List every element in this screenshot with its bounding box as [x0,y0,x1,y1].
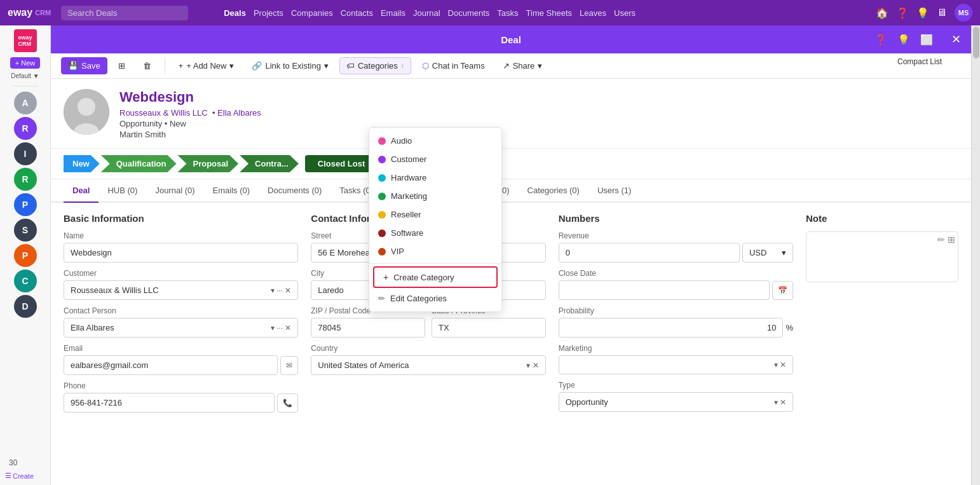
probability-row: % [559,318,793,338]
expand-icon[interactable]: ⬜ [920,34,933,46]
marketing-dropdown[interactable]: ▾ ✕ [559,355,793,374]
contact-count: 30 [9,458,17,467]
user-avatar[interactable]: MS [955,4,972,22]
email-icon-btn[interactable]: ✉ [280,356,298,375]
create-category-button[interactable]: + Create Category [373,266,498,288]
edit-cat-icon: ✏ [378,294,385,303]
nav-link-tasks[interactable]: Tasks [497,8,518,18]
deal-info: Webdesign Rousseaux & Willis LLC • Ella … [119,89,261,140]
new-button[interactable]: + New [10,57,41,69]
contact-avatar-1[interactable]: A [14,92,37,114]
copy-icon: ⊞ [118,61,125,71]
email-input[interactable] [64,355,278,375]
contact-avatar-4[interactable]: R [14,168,37,191]
country-dropdown[interactable]: United States of America ▾ ✕ [311,355,545,375]
help-icon[interactable]: ❓ [896,7,909,19]
nav-link-timesheets[interactable]: Time Sheets [526,8,573,18]
stage-qualification[interactable]: Qualification [101,155,177,172]
contact-avatar-5[interactable]: P [14,193,37,216]
save-button[interactable]: 💾 Save [61,57,107,74]
tab-journal[interactable]: Journal (0) [146,179,203,203]
cat-divider [369,263,501,264]
company-link[interactable]: Rousseaux & Willis LLC [119,108,208,118]
phone-icon-btn[interactable]: 📞 [277,393,298,413]
nav-link-journal[interactable]: Journal [413,8,440,18]
reseller-dot [378,211,386,219]
nav-link-deals[interactable]: Deals [224,8,246,18]
cat-item-software[interactable]: Software [369,224,501,242]
default-view[interactable]: Default ▼ [10,71,40,81]
cat-item-vip[interactable]: VIP [369,242,501,261]
scrollbar-thumb[interactable] [973,27,979,58]
stage-contract[interactable]: Contra... [240,155,299,172]
nav-link-emails[interactable]: Emails [381,8,405,18]
monitor-icon[interactable]: 🖥 [937,7,947,18]
tab-categories[interactable]: Categories (0) [519,179,589,203]
contact-avatar-2[interactable]: R [14,117,37,140]
tab-deal[interactable]: Deal [64,179,99,203]
dialog-area: Deal ❓ 💡 ⬜ ✕ 💾 Save ⊞ [51,25,971,485]
nav-link-documents[interactable]: Documents [448,8,490,18]
contact-avatar-6[interactable]: S [14,219,37,242]
vip-dot [378,248,386,256]
create-button[interactable]: ☰ Create [5,472,34,480]
link-existing-button[interactable]: 🔗 Link to Existing ▾ [245,57,335,74]
name-input[interactable] [64,243,298,263]
nav-link-projects[interactable]: Projects [254,8,283,18]
phone-input[interactable] [64,393,275,413]
delete-button[interactable]: 🗑 [136,57,158,74]
close-date-input[interactable] [559,280,770,300]
contact-avatar-3[interactable]: I [14,142,37,165]
currency-dropdown[interactable]: USD ▾ [742,243,793,263]
share-button[interactable]: ↗ Share ▾ [496,57,550,74]
probability-input[interactable] [559,318,784,338]
tab-documents[interactable]: Documents (0) [259,179,330,203]
nav-link-companies[interactable]: Companies [291,8,333,18]
contact-avatar-7[interactable]: P [14,244,37,267]
customer-dropdown[interactable]: Rousseaux & Willis LLC ▾ ··· ✕ [64,280,298,300]
cat-item-hardware[interactable]: Hardware [369,168,501,187]
search-input[interactable] [61,6,188,20]
contact-avatar-8[interactable]: C [14,270,37,292]
add-new-button[interactable]: + + Add New ▾ [172,57,242,74]
nav-link-users[interactable]: Users [614,8,636,18]
stage-new[interactable]: New [64,155,100,172]
idea-icon[interactable]: 💡 [897,34,910,46]
categories-button[interactable]: 🏷 Categories ↕ [339,57,411,74]
edit-icon[interactable]: ✏ [937,235,945,245]
tab-hub[interactable]: HUB (0) [99,179,146,203]
edit-categories-button[interactable]: ✏ Edit Categories [369,289,501,308]
tab-emails[interactable]: Emails (0) [204,179,259,203]
stage-closed-lost[interactable]: Closed Lost [305,155,378,172]
basic-info-title: Basic Information [64,213,298,224]
revenue-row: USD ▾ [559,243,793,263]
contact-avatar-9[interactable]: D [14,295,37,318]
note-col: Note ✏ ⊞ [806,213,958,413]
cat-item-reseller[interactable]: Reseller [369,205,501,224]
zip-input[interactable] [311,318,425,338]
close-button[interactable]: ✕ [951,32,961,46]
share-icon: ↗ [503,61,510,71]
plus-icon: + [179,61,184,71]
lightbulb-icon[interactable]: 💡 [916,7,929,19]
nav-link-contacts[interactable]: Contacts [341,8,373,18]
question-icon[interactable]: ❓ [875,34,887,46]
calendar-icon-btn[interactable]: 📅 [772,281,793,300]
note-box[interactable]: ✏ ⊞ [806,231,958,282]
tab-users[interactable]: Users (1) [589,179,640,203]
cat-item-customer[interactable]: Customer [369,150,501,168]
cat-item-marketing[interactable]: Marketing [369,187,501,205]
type-dropdown[interactable]: Opportunity ▾ ✕ [559,392,793,412]
cat-item-audio[interactable]: Audio [369,132,501,150]
state-input[interactable] [432,318,546,338]
nav-link-leaves[interactable]: Leaves [580,8,606,18]
expand-note-icon[interactable]: ⊞ [948,235,955,245]
stage-proposal[interactable]: Proposal [177,155,238,172]
copy-button[interactable]: ⊞ [111,57,132,74]
revenue-input[interactable] [559,243,740,263]
contact-dropdown[interactable]: Ella Albares ▾ ··· ✕ [64,318,298,338]
compact-list-label[interactable]: Compact List [897,57,942,66]
home-icon[interactable]: 🏠 [876,7,888,19]
contact-link[interactable]: Ella Albares [217,108,261,118]
chat-teams-button[interactable]: ⬡ Chat in Teams [415,57,492,74]
